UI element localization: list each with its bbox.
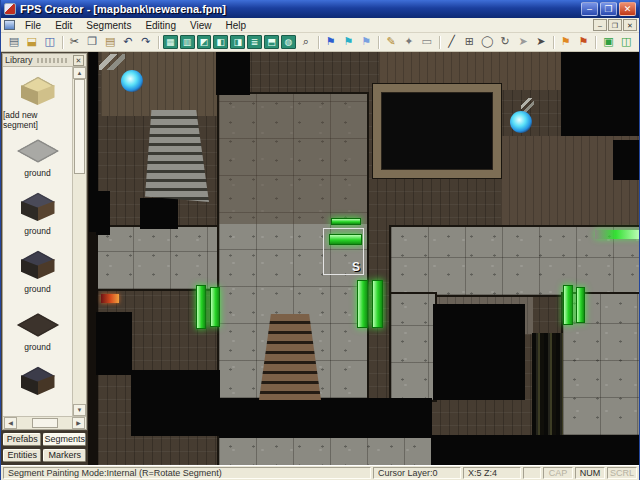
library-item-ground[interactable]: ground xyxy=(18,130,58,178)
open-button[interactable]: ⬓ xyxy=(23,34,41,51)
library-item-partial[interactable] xyxy=(18,362,58,410)
tab-markers[interactable]: Markers xyxy=(43,449,86,462)
paste-button[interactable]: ▤ xyxy=(101,34,119,51)
menu-items: FileEditSegmentsEditingViewHelp xyxy=(18,18,253,32)
menu-file[interactable]: File xyxy=(18,18,48,32)
grid-button[interactable]: ⊞ xyxy=(461,34,479,51)
tab-prefabs[interactable]: Prefabs xyxy=(3,433,41,446)
indicator-scrl: SCRL xyxy=(607,467,637,479)
library-item-ground[interactable]: ground xyxy=(18,246,58,294)
window-title: FPS Creator - [mapbank\newarena.fpm] xyxy=(20,3,226,15)
mdi-minimize-button[interactable]: – xyxy=(593,19,607,31)
floor-area xyxy=(219,437,432,465)
close-button[interactable]: ✕ xyxy=(619,2,636,16)
zoom-button[interactable]: ⌕ xyxy=(297,34,315,51)
line-button[interactable]: ╱ xyxy=(443,34,461,51)
cut-button[interactable]: ✂ xyxy=(66,34,84,51)
door-marker xyxy=(372,280,383,328)
scroll-down-icon[interactable]: ▼ xyxy=(73,404,86,416)
segment-door-button[interactable]: ◧ xyxy=(213,35,228,49)
rotate-button[interactable]: ↻ xyxy=(496,34,514,51)
minimize-button[interactable]: – xyxy=(581,2,598,16)
library-item-ground[interactable]: ground xyxy=(18,188,58,236)
restore-button[interactable]: ❐ xyxy=(600,2,617,16)
menu-edit[interactable]: Edit xyxy=(48,18,79,32)
segment-room-button[interactable]: ◩ xyxy=(197,35,212,49)
flag-cyan-button[interactable]: ⚑ xyxy=(340,34,358,51)
tab-entities[interactable]: Entities xyxy=(3,449,41,462)
library-item-ground[interactable]: ground xyxy=(18,304,58,352)
undo-button[interactable]: ↶ xyxy=(119,34,137,51)
paint-cursor[interactable]: S xyxy=(323,228,364,275)
redo-button[interactable]: ↷ xyxy=(137,34,155,51)
build-game-button[interactable]: ◫ xyxy=(617,34,635,51)
door-marker xyxy=(595,230,639,239)
door-marker xyxy=(196,285,206,329)
flag-blue-button[interactable]: ⚑ xyxy=(322,34,340,51)
menu-bar: FileEditSegmentsEditingViewHelp – ❐ ✕ xyxy=(1,18,639,33)
scroll-right-icon[interactable]: ▶ xyxy=(72,417,85,429)
library-item-label: ground xyxy=(24,284,50,294)
brush-button[interactable]: ✎ xyxy=(382,34,400,51)
segment-floor-button[interactable]: ▦ xyxy=(163,35,178,49)
room-frame xyxy=(373,84,501,178)
menu-editing[interactable]: Editing xyxy=(138,18,183,32)
status-indicators: CAPNUMSCRL xyxy=(543,467,637,479)
library-panel: Library ✕ [add new segment]groundgroundg… xyxy=(2,53,87,430)
menu-help[interactable]: Help xyxy=(218,18,253,32)
status-cursor-layer: Cursor Layer:0 xyxy=(373,467,461,479)
marker-flag-red-button[interactable]: ⚑ xyxy=(575,34,593,51)
mdi-restore-button[interactable]: ❐ xyxy=(608,19,622,31)
library-grip[interactable] xyxy=(37,58,69,63)
void-area xyxy=(219,398,432,438)
segment-wall-button[interactable]: ▥ xyxy=(180,35,195,49)
scroll-left-icon[interactable]: ◀ xyxy=(4,417,17,429)
main-area: Library ✕ [add new segment]groundgroundg… xyxy=(1,52,639,465)
status-mode: Segment Painting Mode:Internal (R=Rotate… xyxy=(3,467,371,479)
library-item-label: [add new segment] xyxy=(3,110,72,120)
eraser-button[interactable]: ▭ xyxy=(418,34,436,51)
vscroll-track[interactable] xyxy=(73,79,86,404)
library-hscrollbar[interactable]: ◀ ▶ xyxy=(3,416,86,429)
library-item-label: ground xyxy=(24,168,50,178)
copy-button[interactable]: ❐ xyxy=(83,34,101,51)
new-button[interactable]: ▤ xyxy=(5,34,23,51)
segment-window-button[interactable]: ◨ xyxy=(230,35,245,49)
tab-segments[interactable]: Segments xyxy=(43,433,86,446)
segment-stairs-button[interactable]: ≣ xyxy=(247,35,262,49)
status-coordinates: X:5 Z:4 xyxy=(463,467,521,479)
pointer-dark-button[interactable]: ➤ xyxy=(532,34,550,51)
add-segment-block-icon xyxy=(18,72,58,108)
library-item-add-new-segment[interactable]: [add new segment] xyxy=(3,72,72,120)
pointer-light-button[interactable]: ➤ xyxy=(514,34,532,51)
toolbar-separator xyxy=(378,36,379,49)
segment-light-button[interactable]: ◍ xyxy=(281,35,296,49)
menu-view[interactable]: View xyxy=(183,18,219,32)
skeleton-arm-sprite xyxy=(99,54,125,70)
void-area xyxy=(131,370,220,436)
floor-area xyxy=(563,294,639,435)
marker-flag-orange-button[interactable]: ⚑ xyxy=(557,34,575,51)
vscroll-thumb[interactable] xyxy=(74,79,85,174)
menu-segments[interactable]: Segments xyxy=(79,18,138,32)
scroll-up-icon[interactable]: ▲ xyxy=(73,67,86,79)
status-spacer xyxy=(523,467,541,479)
library-vscrollbar[interactable]: ▲ ▼ xyxy=(72,67,86,416)
flag-add-button[interactable]: ⚑ xyxy=(357,34,375,51)
library-header: Library ✕ xyxy=(3,54,86,67)
toolbar-separator xyxy=(158,36,159,49)
mdi-child-icon xyxy=(4,20,15,30)
save-button[interactable]: ◫ xyxy=(41,34,59,51)
segment-platform-button[interactable]: ⬒ xyxy=(264,35,279,49)
mdi-close-button[interactable]: ✕ xyxy=(623,19,637,31)
indicator-num: NUM xyxy=(575,467,605,479)
wand-button[interactable]: ✦ xyxy=(400,34,418,51)
hscroll-thumb[interactable] xyxy=(32,418,58,428)
void-area xyxy=(96,312,132,375)
void-area xyxy=(96,191,110,235)
test-game-button[interactable]: ▣ xyxy=(599,34,617,51)
door-marker xyxy=(357,280,368,328)
map-canvas[interactable]: S xyxy=(89,52,639,465)
library-close-icon[interactable]: ✕ xyxy=(73,55,84,66)
circle-button[interactable]: ◯ xyxy=(478,34,496,51)
